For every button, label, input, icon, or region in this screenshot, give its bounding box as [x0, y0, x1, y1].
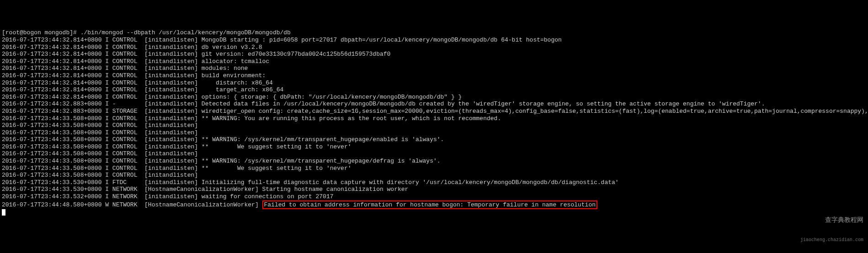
error-highlight: Failed to obtain address information for… — [262, 200, 598, 210]
terminal-line: 2016-07-17T23:44:32.814+0800 I CONTROL [… — [2, 58, 866, 65]
terminal-line: 2016-07-17T23:44:33.508+0800 I CONTROL [… — [2, 158, 866, 165]
terminal-line: [root@bogon mongodb]# ./bin/mongod --dbp… — [2, 29, 866, 37]
terminal-line: 2016-07-17T23:44:32.883+0800 I STORAGE [… — [2, 108, 866, 115]
terminal-output[interactable]: [root@bogon mongodb]# ./bin/mongod --dbp… — [2, 29, 866, 217]
terminal-line: 2016-07-17T23:44:33.508+0800 I CONTROL [… — [2, 165, 866, 172]
terminal-line: 2016-07-17T23:44:33.508+0800 I CONTROL [… — [2, 150, 866, 158]
terminal-line: 2016-07-17T23:44:32.814+0800 I CONTROL [… — [2, 72, 866, 79]
watermark-title: 查字典教程网 — [800, 216, 863, 224]
terminal-line: 2016-07-17T23:44:32.814+0800 I CONTROL [… — [2, 65, 866, 72]
terminal-line: 2016-07-17T23:44:33.508+0800 I CONTROL [… — [2, 115, 866, 122]
watermark-url: jiaocheng.chazidian.com — [800, 237, 863, 243]
terminal-line: 2016-07-17T23:44:33.508+0800 I CONTROL [… — [2, 143, 866, 151]
terminal-line: 2016-07-17T23:44:33.508+0800 I CONTROL [… — [2, 136, 866, 143]
cursor-icon — [2, 209, 5, 216]
terminal-line: 2016-07-17T23:44:32.814+0800 I CONTROL [… — [2, 86, 866, 94]
terminal-line: 2016-07-17T23:44:32.814+0800 I CONTROL [… — [2, 44, 866, 51]
terminal-line: 2016-07-17T23:44:33.508+0800 I CONTROL [… — [2, 122, 866, 129]
terminal-line: 2016-07-17T23:44:33.530+0800 I NETWORK [… — [2, 186, 866, 193]
terminal-line: 2016-07-17T23:44:33.508+0800 I CONTROL [… — [2, 172, 866, 179]
terminal-line-highlighted: 2016-07-17T23:44:48.580+0800 W NETWORK [… — [2, 200, 866, 210]
terminal-line: 2016-07-17T23:44:32.814+0800 I CONTROL [… — [2, 37, 866, 44]
cursor-line — [2, 209, 866, 218]
terminal-line: 2016-07-17T23:44:32.814+0800 I CONTROL [… — [2, 79, 866, 87]
terminal-line: 2016-07-17T23:44:33.532+0800 I NETWORK [… — [2, 193, 866, 200]
terminal-line: 2016-07-17T23:44:32.814+0800 I CONTROL [… — [2, 51, 866, 58]
terminal-line: 2016-07-17T23:44:32.883+0800 I - [initan… — [2, 100, 866, 108]
watermark: 查字典教程网 jiaocheng.chazidian.com — [800, 203, 863, 249]
terminal-line: 2016-07-17T23:44:33.530+0800 I FTDC [ini… — [2, 179, 866, 186]
terminal-line: 2016-07-17T23:44:33.508+0800 I CONTROL [… — [2, 129, 866, 137]
terminal-line: 2016-07-17T23:44:32.814+0800 I CONTROL [… — [2, 94, 866, 101]
